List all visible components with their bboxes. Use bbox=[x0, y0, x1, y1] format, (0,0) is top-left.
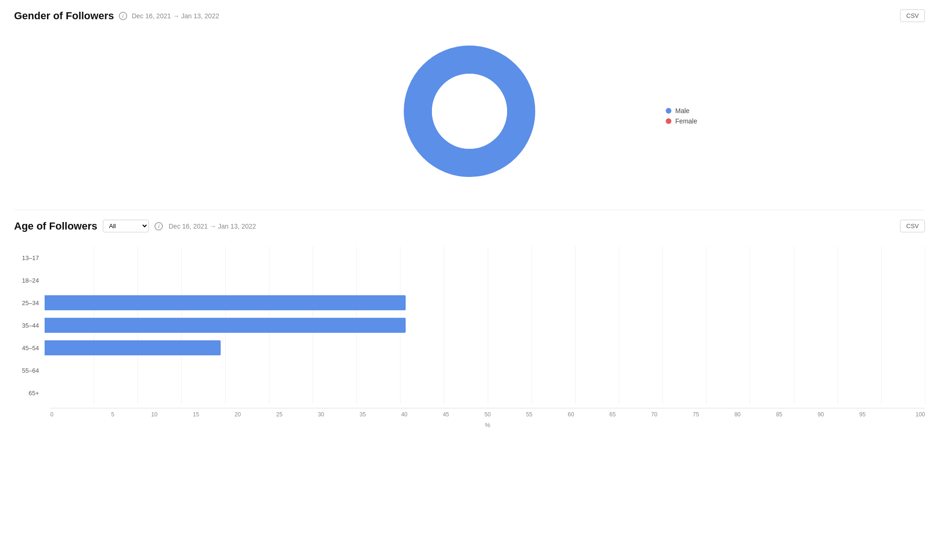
bar-row-5564: 55–64 bbox=[19, 359, 925, 382]
age-bar-chart: 13–1718–2425–3435–4445–5455–6465+ 051015… bbox=[14, 246, 925, 429]
x-tick-0: 0 bbox=[50, 411, 92, 418]
svg-point-1 bbox=[432, 74, 507, 149]
bar-area bbox=[45, 385, 925, 400]
x-tick-85: 85 bbox=[758, 411, 800, 418]
x-tick-100: 100 bbox=[883, 411, 925, 418]
x-tick-95: 95 bbox=[842, 411, 884, 418]
gender-donut-chart: Male Female bbox=[14, 27, 925, 205]
bar-fill bbox=[45, 318, 406, 333]
bar-fill bbox=[45, 340, 221, 355]
bar-chart-inner: 13–1718–2425–3435–4445–5455–6465+ bbox=[19, 246, 925, 404]
bar-area bbox=[45, 340, 925, 355]
x-tick-45: 45 bbox=[425, 411, 467, 418]
x-tick-65: 65 bbox=[592, 411, 633, 418]
x-tick-20: 20 bbox=[217, 411, 259, 418]
x-tick-50: 50 bbox=[467, 411, 508, 418]
bar-chart-rows: 13–1718–2425–3435–4445–5455–6465+ bbox=[19, 246, 925, 404]
bar-label: 55–64 bbox=[19, 367, 45, 374]
male-legend-label: Male bbox=[675, 107, 689, 115]
x-tick-75: 75 bbox=[675, 411, 717, 418]
x-tick-70: 70 bbox=[633, 411, 675, 418]
bar-row-4554: 45–54 bbox=[19, 337, 925, 359]
x-axis-title: % bbox=[50, 422, 925, 429]
donut-chart-wrapper bbox=[399, 41, 540, 182]
bar-area bbox=[45, 363, 925, 378]
x-tick-40: 40 bbox=[384, 411, 425, 418]
gender-date-range: Dec 16, 2021 → Jan 13, 2022 bbox=[132, 12, 219, 20]
x-tick-5: 5 bbox=[92, 411, 134, 418]
age-section-title: Age of Followers bbox=[14, 220, 97, 232]
legend-male: Male bbox=[666, 107, 697, 115]
age-info-icon[interactable]: i bbox=[154, 222, 163, 230]
age-filter-select[interactable]: All Male Female bbox=[103, 220, 149, 232]
legend-female: Female bbox=[666, 117, 697, 125]
bar-row-1824: 18–24 bbox=[19, 269, 925, 292]
male-legend-dot bbox=[666, 108, 671, 114]
bar-label: 45–54 bbox=[19, 345, 45, 352]
female-legend-dot bbox=[666, 118, 671, 124]
bar-label: 65+ bbox=[19, 390, 45, 397]
gender-csv-button[interactable]: CSV bbox=[900, 9, 925, 22]
bar-label: 25–34 bbox=[19, 299, 45, 307]
bar-label: 35–44 bbox=[19, 322, 45, 329]
x-tick-90: 90 bbox=[800, 411, 842, 418]
bar-row-3544: 35–44 bbox=[19, 314, 925, 337]
female-legend-label: Female bbox=[675, 117, 697, 125]
x-axis-labels: 0510152025303540455055606570758085909510… bbox=[50, 408, 925, 418]
x-tick-10: 10 bbox=[133, 411, 175, 418]
x-tick-35: 35 bbox=[342, 411, 384, 418]
grid-line-100 bbox=[925, 246, 925, 404]
x-tick-80: 80 bbox=[717, 411, 759, 418]
x-tick-30: 30 bbox=[300, 411, 342, 418]
bar-row-2534: 25–34 bbox=[19, 292, 925, 314]
bar-area bbox=[45, 250, 925, 265]
age-date-range: Dec 16, 2021 → Jan 13, 2022 bbox=[169, 222, 256, 230]
x-tick-15: 15 bbox=[175, 411, 217, 418]
bar-area bbox=[45, 318, 925, 333]
bar-row-65: 65+ bbox=[19, 382, 925, 404]
gender-info-icon[interactable]: i bbox=[119, 12, 127, 20]
section-divider bbox=[14, 210, 925, 210]
bar-fill bbox=[45, 295, 406, 310]
gender-section-title: Gender of Followers bbox=[14, 10, 114, 22]
x-tick-55: 55 bbox=[508, 411, 550, 418]
bar-row-1317: 13–17 bbox=[19, 246, 925, 269]
bar-label: 18–24 bbox=[19, 277, 45, 284]
bar-area bbox=[45, 295, 925, 310]
bar-area bbox=[45, 273, 925, 288]
x-tick-60: 60 bbox=[550, 411, 592, 418]
bar-label: 13–17 bbox=[19, 254, 45, 261]
x-tick-25: 25 bbox=[259, 411, 300, 418]
age-csv-button[interactable]: CSV bbox=[900, 220, 925, 232]
x-axis-line bbox=[50, 408, 925, 408]
